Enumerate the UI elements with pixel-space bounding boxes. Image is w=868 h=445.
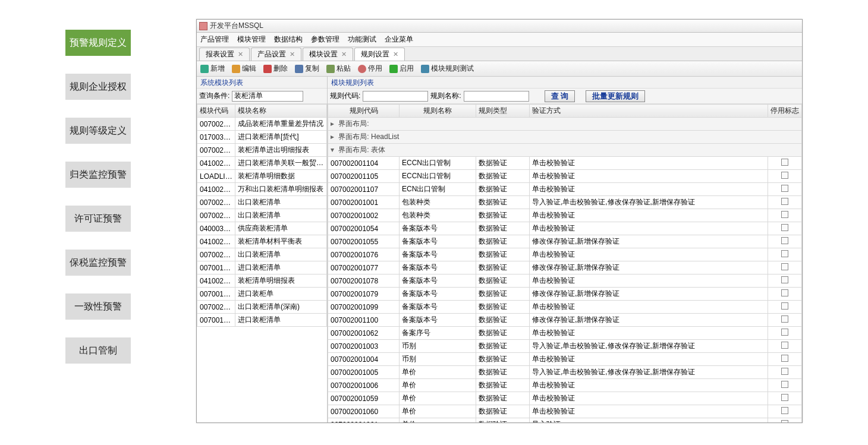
column-header[interactable]: 验证方式 <box>529 105 768 118</box>
edit-button[interactable]: 编辑 <box>232 64 256 74</box>
disable-checkbox[interactable] <box>781 355 788 362</box>
menu-item-2[interactable]: 数据结构 <box>274 34 303 45</box>
table-row[interactable]: 007002001005单价数据验证导入验证,单击校验验证,修改保存验证,新增保… <box>328 366 802 379</box>
table-row[interactable]: 00700100…进口装柜清单 <box>197 314 327 327</box>
start-button[interactable]: 启用 <box>389 64 414 74</box>
copy-button[interactable]: 复制 <box>295 64 319 74</box>
module-grid[interactable]: 模块代码模块名称00700200…成品装柜清单重量差异情况017003002进口… <box>197 104 327 422</box>
paste-button[interactable]: 粘贴 <box>326 64 351 74</box>
table-row[interactable]: LOADLIST…装柜清单明细数据 <box>197 170 327 183</box>
doc-tab-2[interactable]: 模块设置✕ <box>303 48 353 61</box>
close-icon[interactable]: ✕ <box>341 51 347 58</box>
column-header[interactable]: 规则名称 <box>400 105 476 118</box>
table-row[interactable]: 041002033装柜清单材料平衡表 <box>197 235 327 248</box>
disable-checkbox[interactable] <box>781 185 788 192</box>
table-row[interactable]: 007002001055备案版本号数据验证修改保存验证,新增保存验证 <box>328 235 802 248</box>
disable-checkbox[interactable] <box>781 159 788 166</box>
disable-checkbox[interactable] <box>781 407 788 414</box>
nav-button-4[interactable]: 许可证预警 <box>65 206 131 232</box>
table-row[interactable]: 007002001001包装种类数据验证导入验证,单击校验验证,修改保存验证,新… <box>328 196 802 209</box>
table-row[interactable]: 007002001054备案版本号数据验证单击校验验证 <box>328 222 802 235</box>
close-icon[interactable]: ✕ <box>290 51 295 58</box>
disable-checkbox[interactable] <box>781 329 788 336</box>
batch-update-button[interactable]: 批量更新规则 <box>586 90 645 102</box>
table-row[interactable]: 007002001003币别数据验证导入验证,单击校验验证,修改保存验证,新增保… <box>328 340 802 353</box>
doc-tab-0[interactable]: 报表设置✕ <box>199 48 250 61</box>
column-header[interactable]: 停用标志 <box>768 105 802 118</box>
nav-button-2[interactable]: 规则等级定义 <box>65 118 131 144</box>
table-row[interactable]: 007002001107ECN出口管制数据验证单击校验验证 <box>328 183 802 196</box>
nav-button-7[interactable]: 出口管制 <box>65 337 131 364</box>
table-row[interactable]: 017003002进口装柜清单[货代] <box>197 131 327 144</box>
table-row[interactable]: 007001005进口装柜清单 <box>197 261 327 274</box>
table-row[interactable]: 00700200…出口装柜清单 <box>197 248 327 261</box>
table-row[interactable]: 041002021进口装柜清单关联一般贸… <box>197 157 327 170</box>
column-header[interactable]: 模块名称 <box>235 105 327 118</box>
table-row[interactable]: 007002001077备案版本号数据验证修改保存验证,新增保存验证 <box>328 261 802 274</box>
table-row[interactable]: 00700200…出口装柜清单(深南) <box>197 301 327 314</box>
disable-checkbox[interactable] <box>781 276 788 283</box>
disable-checkbox[interactable] <box>781 302 788 310</box>
nav-button-3[interactable]: 归类监控预警 <box>65 162 131 188</box>
nav-button-5[interactable]: 保税监控预警 <box>65 250 131 276</box>
rule-name-input[interactable] <box>464 91 529 102</box>
table-row[interactable]: 007002001002包装种类数据验证单击校验验证 <box>328 209 802 222</box>
table-row[interactable]: 007002001059单价数据验证单击校验验证 <box>328 392 802 405</box>
doc-tab-3[interactable]: 规则设置✕ <box>354 48 405 61</box>
table-row[interactable]: 007002001079备案版本号数据验证修改保存验证,新增保存验证 <box>328 288 802 301</box>
table-row[interactable]: 00700200…成品装柜清单重量差异情况 <box>197 118 327 131</box>
stop-button[interactable]: 停用 <box>358 64 382 74</box>
query-button[interactable]: 查 询 <box>545 90 575 102</box>
table-row[interactable]: 007002001062备案序号数据验证单击校验验证 <box>328 327 802 340</box>
disable-checkbox[interactable] <box>781 368 788 375</box>
group-row[interactable]: ▸ 界面布局: <box>328 118 802 131</box>
table-row[interactable]: 00700200…装柜清单进出明细报表 <box>197 144 327 157</box>
column-header[interactable]: 规则类型 <box>476 105 529 118</box>
nav-button-6[interactable]: 一致性预警 <box>65 293 131 320</box>
table-row[interactable]: 007002001105ECCN出口管制数据验证单击校验验证 <box>328 170 802 183</box>
disable-checkbox[interactable] <box>781 172 788 179</box>
disable-checkbox[interactable] <box>781 237 788 244</box>
disable-checkbox[interactable] <box>781 315 788 323</box>
disable-checkbox[interactable] <box>781 198 788 205</box>
group-row[interactable]: ▾ 界面布局: 表体 <box>328 144 802 157</box>
table-row[interactable]: 041002029万和出口装柜清单明细报表 <box>197 183 327 196</box>
column-header[interactable]: 模块代码 <box>197 105 235 118</box>
test-button[interactable]: 模块规则测试 <box>421 64 474 74</box>
disable-checkbox[interactable] <box>781 381 788 388</box>
close-icon[interactable]: ✕ <box>238 51 243 58</box>
table-row[interactable]: 007002001076备案版本号数据验证单击校验验证 <box>328 248 802 261</box>
table-row[interactable]: 041002063装柜清单明细报表 <box>197 274 327 288</box>
table-row[interactable]: 007002001078备案版本号数据验证单击校验验证 <box>328 274 802 288</box>
nav-button-1[interactable]: 规则企业授权 <box>65 74 131 100</box>
disable-checkbox[interactable] <box>781 211 788 218</box>
menu-item-3[interactable]: 参数管理 <box>311 34 339 45</box>
disable-checkbox[interactable] <box>781 224 788 231</box>
disable-checkbox[interactable] <box>781 289 788 296</box>
rule-code-input[interactable] <box>363 91 428 102</box>
nav-button-0[interactable]: 预警规则定义 <box>65 30 131 56</box>
table-row[interactable]: 007002001099备案版本号数据验证单击校验验证 <box>328 301 802 314</box>
menu-item-4[interactable]: 功能测试 <box>348 34 376 45</box>
menu-item-5[interactable]: 企业菜单 <box>385 34 413 45</box>
add-button[interactable]: 新增 <box>200 64 225 74</box>
close-icon[interactable]: ✕ <box>393 51 398 58</box>
disable-checkbox[interactable] <box>781 420 788 422</box>
table-row[interactable]: 007002001006单价数据验证单击校验验证 <box>328 379 802 392</box>
del-button[interactable]: 删除 <box>263 64 288 74</box>
table-row[interactable]: 007002001061单价数据验证导入验证 <box>328 418 802 423</box>
column-header[interactable]: 规则代码 <box>328 105 400 118</box>
disable-checkbox[interactable] <box>781 263 788 270</box>
menu-item-0[interactable]: 产品管理 <box>200 34 229 45</box>
table-row[interactable]: 007002001出口装柜清单 <box>197 196 327 209</box>
table-row[interactable]: 00700200…出口装柜清单 <box>197 209 327 222</box>
table-row[interactable]: 007002001104ECCN出口管制数据验证单击校验验证 <box>328 157 802 170</box>
group-row[interactable]: ▸ 界面布局: HeadList <box>328 131 802 144</box>
disable-checkbox[interactable] <box>781 250 788 257</box>
table-row[interactable]: 007002001060单价数据验证单击校验验证 <box>328 405 802 418</box>
table-row[interactable]: 007002001004币别数据验证单击校验验证 <box>328 353 802 366</box>
disable-checkbox[interactable] <box>781 394 788 401</box>
table-row[interactable]: 040003002供应商装柜清单 <box>197 222 327 235</box>
search-input[interactable] <box>232 91 303 102</box>
rule-grid[interactable]: 规则代码规则名称规则类型验证方式停用标志▸ 界面布局:▸ 界面布局: HeadL… <box>328 104 802 422</box>
